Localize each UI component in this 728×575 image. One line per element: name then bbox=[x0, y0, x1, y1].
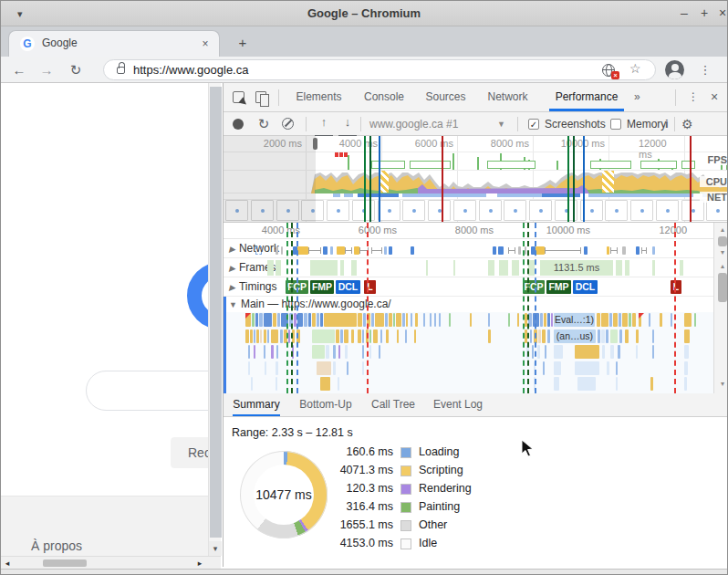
flame-event[interactable] bbox=[652, 329, 654, 343]
frame-block[interactable] bbox=[512, 260, 519, 276]
tab-network[interactable]: Network bbox=[486, 83, 529, 111]
tab-elements[interactable]: Elements bbox=[295, 83, 343, 111]
flame-event[interactable] bbox=[606, 329, 608, 343]
forward-button[interactable]: → bbox=[36, 59, 57, 81]
flame-event[interactable] bbox=[396, 313, 401, 327]
flame-event[interactable] bbox=[308, 313, 311, 327]
flame-event[interactable] bbox=[601, 329, 605, 343]
screenshot-thumbnail[interactable] bbox=[327, 200, 349, 221]
frame-block[interactable]: 1131.5 ms bbox=[540, 260, 613, 276]
flame-event[interactable] bbox=[554, 361, 561, 375]
flame-event[interactable] bbox=[551, 313, 553, 327]
flame-event[interactable] bbox=[577, 377, 596, 391]
flame-event[interactable] bbox=[625, 329, 629, 343]
expand-arrow-icon[interactable]: ▶ bbox=[229, 283, 235, 292]
search-button[interactable]: Rec bbox=[171, 437, 208, 468]
timeline-overview[interactable]: 2000 ms4000 ms6000 ms8000 ms10000 ms1200… bbox=[224, 136, 728, 223]
page-horizontal-scrollbar[interactable]: ◂ ▸ bbox=[1, 556, 221, 569]
network-request-bar[interactable] bbox=[636, 246, 640, 255]
memory-checkbox[interactable] bbox=[610, 119, 621, 130]
flame-event[interactable] bbox=[488, 313, 490, 327]
flame-event[interactable] bbox=[405, 329, 407, 343]
flame-event[interactable] bbox=[344, 329, 348, 343]
flame-event[interactable] bbox=[254, 345, 255, 359]
frame-block[interactable] bbox=[652, 260, 655, 276]
flame-event[interactable] bbox=[336, 329, 339, 343]
screenshot-thumbnail[interactable] bbox=[630, 200, 653, 221]
window-menu-icon[interactable]: ▾ bbox=[17, 1, 23, 26]
flame-event[interactable] bbox=[609, 313, 612, 327]
flame-event[interactable] bbox=[684, 345, 689, 359]
flame-event[interactable] bbox=[264, 329, 266, 343]
flame-event[interactable] bbox=[362, 345, 364, 359]
frame-block[interactable] bbox=[426, 260, 428, 276]
inspect-element-icon[interactable] bbox=[233, 91, 244, 103]
flame-event[interactable] bbox=[547, 313, 550, 327]
flame-event[interactable] bbox=[333, 345, 336, 359]
flame-event[interactable] bbox=[255, 313, 258, 327]
chevron-down-icon[interactable]: ▼ bbox=[497, 112, 505, 136]
scroll-up-icon[interactable]: ▴ bbox=[717, 225, 728, 235]
flame-event[interactable] bbox=[684, 329, 690, 343]
flame-event[interactable] bbox=[338, 345, 340, 359]
flame-event[interactable] bbox=[380, 329, 382, 343]
network-request-bar[interactable] bbox=[607, 246, 609, 255]
flame-event[interactable] bbox=[616, 361, 618, 375]
tab-bottom-up[interactable]: Bottom-Up bbox=[297, 393, 354, 416]
flame-event[interactable] bbox=[598, 329, 600, 343]
screenshots-label[interactable]: Screenshots bbox=[545, 112, 606, 136]
flame-event[interactable] bbox=[613, 313, 618, 327]
timing-badge-fcp[interactable]: FCP bbox=[523, 280, 545, 294]
flame-event[interactable] bbox=[389, 313, 392, 327]
flame-event[interactable] bbox=[312, 345, 325, 359]
flame-event[interactable] bbox=[271, 329, 278, 343]
scrollbar-thumb[interactable] bbox=[210, 87, 222, 538]
screenshot-thumbnail[interactable] bbox=[656, 200, 679, 221]
capture-settings-gear-icon[interactable]: ⚙ bbox=[681, 112, 693, 136]
flame-event[interactable] bbox=[544, 313, 546, 327]
timing-badge-fmp[interactable]: FMP bbox=[310, 280, 334, 294]
frame-block[interactable] bbox=[453, 260, 455, 276]
network-request-bar[interactable] bbox=[622, 246, 626, 255]
flame-event[interactable] bbox=[397, 329, 399, 343]
network-request-bar[interactable] bbox=[498, 246, 504, 255]
flame-event[interactable] bbox=[694, 313, 696, 327]
memory-label[interactable]: Memory bbox=[627, 112, 666, 136]
flame-event[interactable] bbox=[304, 313, 307, 327]
flame-event[interactable] bbox=[684, 377, 687, 391]
flame-event[interactable]: Eval…:1) bbox=[554, 313, 595, 327]
flame-event[interactable] bbox=[508, 313, 510, 327]
flame-event[interactable] bbox=[545, 345, 546, 359]
timing-badge-fmp[interactable]: FMP bbox=[546, 280, 571, 294]
flame-event[interactable] bbox=[532, 345, 534, 359]
flame-chart-pane[interactable]: 4000 ms6000 ms8000 ms10000 ms12000 ms ▶N… bbox=[224, 223, 728, 393]
flame-event[interactable] bbox=[324, 313, 357, 327]
flame-event[interactable] bbox=[264, 345, 265, 359]
flame-event[interactable] bbox=[320, 377, 330, 391]
screenshot-thumbnail[interactable] bbox=[453, 200, 476, 221]
flame-event[interactable] bbox=[411, 313, 412, 327]
network-request-bar[interactable] bbox=[276, 246, 278, 255]
collect-garbage-icon[interactable]: i bbox=[665, 112, 669, 136]
flame-event[interactable] bbox=[619, 313, 621, 327]
screenshot-thumbnail[interactable] bbox=[479, 200, 502, 221]
expand-arrow-icon[interactable]: ▶ bbox=[229, 264, 235, 273]
flame-event[interactable] bbox=[288, 329, 290, 343]
network-request-bar[interactable] bbox=[493, 246, 496, 255]
flame-vertical-scrollbar[interactable]: ▴ ▾ ▴ ▾ bbox=[713, 223, 728, 393]
flame-event[interactable] bbox=[684, 361, 688, 375]
network-request-bar[interactable] bbox=[330, 246, 333, 255]
frame-block[interactable] bbox=[351, 260, 357, 276]
screenshot-thumbnail[interactable] bbox=[504, 200, 526, 221]
frame-block[interactable] bbox=[528, 260, 535, 276]
screenshots-checkbox[interactable]: ✓ bbox=[528, 119, 539, 130]
flame-event[interactable] bbox=[312, 329, 335, 343]
window-resize-grip[interactable] bbox=[313, 138, 317, 150]
flame-event[interactable] bbox=[273, 313, 276, 327]
scroll-up-icon[interactable]: ▴ bbox=[717, 262, 728, 271]
screenshot-thumbnail[interactable] bbox=[681, 200, 704, 221]
flame-event[interactable] bbox=[575, 361, 599, 375]
flame-event[interactable] bbox=[320, 313, 323, 327]
flame-event[interactable] bbox=[470, 313, 472, 327]
flame-event[interactable] bbox=[671, 313, 672, 327]
